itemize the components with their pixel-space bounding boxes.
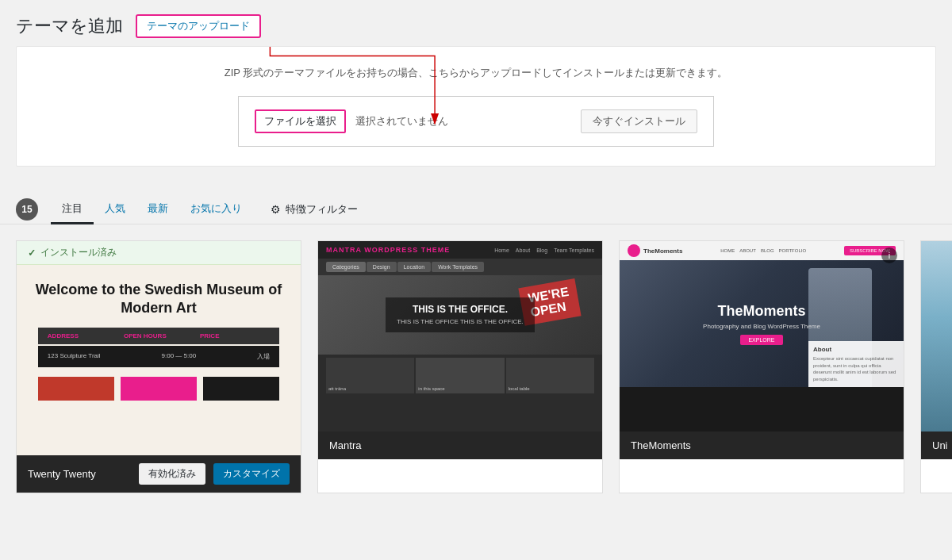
mantra-nav-home: Home (494, 247, 509, 253)
gear-icon: ⚙ (271, 203, 281, 216)
mantra-tab-design: Design (367, 262, 397, 272)
feature-filter-label: 特徴フィルター (286, 202, 358, 217)
theme-card-twenty-twenty: ✓ インストール済み Welcome to the Swedish Museum… (16, 240, 301, 493)
mantra-nav-templates: Team Templates (554, 247, 594, 253)
address-value: 123 Sculpture Trail (48, 352, 101, 361)
mantra-nav-about: About (516, 247, 530, 253)
mantra-grid-item-3: local table (506, 358, 594, 393)
moments-hero-title: TheMoments (703, 303, 820, 320)
moments-nav: HOME ABOUT BLOG PORTFOLIO (720, 248, 806, 253)
theme-preview-mantra: Mantra WordPress Theme Home About Blog T… (318, 241, 602, 432)
mantra-grid-label-1: att träna (328, 386, 346, 391)
theme-name-mantra: Mantra (329, 439, 591, 451)
mantra-nav-blog: Blog (536, 247, 547, 253)
feature-filter[interactable]: ⚙ 特徴フィルター (259, 196, 369, 223)
partial-preview (921, 241, 952, 432)
mantra-tab-templates: Work Templates (432, 262, 484, 272)
page-title: テーマを追加 (16, 14, 123, 38)
mantra-grid-label-2: in this space (418, 386, 444, 391)
theme-card-moments: TheMoments HOME ABOUT BLOG PORTFOLIO SUB… (619, 240, 904, 493)
installed-badge: ✓ インストール済み (17, 241, 301, 265)
bar-red (38, 377, 114, 401)
mantra-nav: Home About Blog Team Templates (494, 247, 594, 253)
mantra-tabs: Categories Design Location Work Template… (318, 259, 602, 275)
hours-value: 9:00 — 5:00 (162, 352, 197, 361)
page-wrapper: テーマを追加 テーマのアップロード ZIP 形式のテーマファイルをお持ちの場合、… (0, 0, 952, 560)
file-select-button[interactable]: ファイルを選択 (255, 109, 346, 133)
moments-about-title: About (813, 346, 899, 353)
info-icon: i (889, 251, 890, 260)
price-col-label: PRICE (200, 332, 270, 339)
moments-logo-circle (628, 244, 640, 257)
mantra-grid-label-3: local table (509, 386, 530, 391)
theme-name-twenty-twenty: Twenty Twenty (28, 468, 131, 480)
tab-latest[interactable]: 最新 (136, 195, 179, 224)
upload-theme-button[interactable]: テーマのアップロード (136, 14, 261, 38)
tab-featured[interactable]: 注目 (51, 195, 94, 224)
preview-table-row: 123 Sculpture Trail 9:00 — 5:00 入場 (38, 346, 279, 367)
mantra-tab-categories: Categories (326, 262, 366, 272)
installed-label: インストール済み (40, 246, 117, 259)
mantra-grid-item-1: att träna (326, 358, 414, 393)
hours-col-label: OPEN HOURS (124, 332, 194, 339)
preview-heading: Welcome to the Swedish Museum of Modern … (17, 281, 301, 318)
moments-logo: TheMoments (628, 244, 682, 257)
no-file-label: 選択されていません (355, 114, 448, 128)
price-value: 入場 (257, 352, 270, 361)
bar-pink (121, 377, 197, 401)
theme-card-partial: Uni (920, 240, 952, 493)
checkmark-icon: ✓ (28, 247, 36, 259)
theme-grid: ✓ インストール済み Welcome to the Swedish Museum… (0, 224, 952, 509)
mantra-grid-item-2: in this space (416, 358, 504, 393)
theme-footer-twenty-twenty: Twenty Twenty 有効化済み カスタマイズ (17, 455, 301, 493)
mantra-header: Mantra WordPress Theme Home About Blog T… (318, 241, 602, 259)
theme-footer-mantra: Mantra (318, 432, 602, 459)
mantra-grid: att träna in this space local table (318, 355, 602, 397)
tab-favorites[interactable]: お気に入り (179, 195, 253, 224)
theme-name-moments: TheMoments (631, 439, 892, 451)
theme-preview-twenty-twenty: Welcome to the Swedish Museum of Modern … (17, 265, 301, 455)
filter-bar: 15 注目 人気 最新 お気に入り ⚙ 特徴フィルター (0, 182, 952, 224)
preview-bottom-bars (38, 377, 279, 401)
theme-footer-moments: TheMoments (620, 432, 904, 459)
page-header: テーマを追加 テーマのアップロード (0, 0, 952, 46)
moments-explore-button[interactable]: EXPLORE (740, 335, 782, 345)
bar-dark (203, 377, 279, 401)
address-col-label: ADDRESS (48, 332, 117, 339)
moments-hero-subtitle: Photography and Blog WordPress Theme (703, 323, 820, 330)
theme-count-badge: 15 (16, 198, 38, 221)
theme-details-icon[interactable]: i (881, 247, 897, 263)
preview-table-header: ADDRESS OPEN HOURS PRICE (38, 328, 279, 344)
upload-form: ファイルを選択 選択されていません 今すぐインストール (238, 96, 714, 147)
mantra-hero: THIS IS THE OFFICE. THIS IS THE OFFICE T… (318, 275, 602, 355)
activate-button[interactable]: 有効化済み (139, 463, 205, 485)
moments-hero: TheMoments Photography and Blog WordPres… (620, 260, 904, 387)
mantra-hero-text: THIS IS THE OFFICE. THIS IS THE OFFICE T… (386, 297, 535, 332)
theme-name-uni: Uni (932, 439, 952, 451)
moments-about-box: About Excepteur sint occaecat cupidatat … (808, 341, 904, 387)
filter-tabs: 注目 人気 最新 お気に入り (51, 195, 253, 224)
upload-description: ZIP 形式のテーマファイルをお持ちの場合、こちらからアップロードしてインストー… (48, 66, 904, 80)
moments-header: TheMoments HOME ABOUT BLOG PORTFOLIO SUB… (620, 241, 904, 260)
upload-area: ZIP 形式のテーマファイルをお持ちの場合、こちらからアップロードしてインストー… (16, 46, 936, 167)
install-now-button[interactable]: 今すぐインストール (581, 109, 697, 133)
theme-card-mantra: Mantra WordPress Theme Home About Blog T… (317, 240, 603, 493)
moments-logo-text: TheMoments (643, 247, 682, 255)
theme-footer-partial: Uni (921, 432, 952, 459)
tab-popular[interactable]: 人気 (94, 195, 136, 224)
moments-hero-content: TheMoments Photography and Blog WordPres… (703, 303, 820, 345)
customize-button[interactable]: カスタマイズ (213, 463, 290, 485)
mantra-tab-location: Location (397, 262, 431, 272)
theme-preview-moments: TheMoments HOME ABOUT BLOG PORTFOLIO SUB… (620, 241, 904, 432)
mantra-logo: Mantra WordPress Theme (326, 246, 450, 254)
moments-about-text: Excepteur sint occaecat cupidatat non pr… (813, 355, 899, 382)
